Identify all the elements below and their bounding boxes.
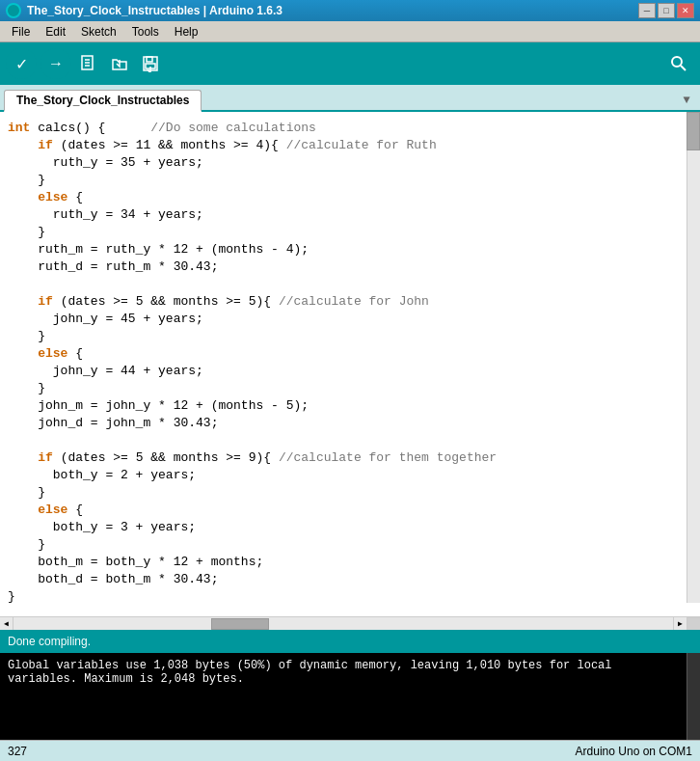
code-line: ruth_y = 34 + years; [8,206,681,224]
editor-container: int calcs() { //Do some calculations if … [0,112,700,630]
code-area[interactable]: int calcs() { //Do some calculations if … [0,112,700,616]
code-line: both_m = both_y * 12 + months; [8,554,681,571]
verify-button[interactable]: ✓ [6,48,37,79]
active-tab[interactable]: The_Story_Clock_Instructables [4,90,202,112]
code-line: both_d = both_m * 30.43; [8,571,681,588]
code-line: both_y = 3 + years; [8,519,681,536]
code-line: else { [8,345,681,363]
console-scrollbar[interactable] [687,653,700,740]
svg-rect-4 [147,57,152,62]
code-content: int calcs() { //Do some calculations if … [0,120,700,609]
minimize-button[interactable]: ─ [638,3,656,18]
menu-item-edit[interactable]: Edit [38,23,73,41]
code-line: ruth_y = 35 + years; [8,154,681,172]
menu-item-tools[interactable]: Tools [124,23,167,41]
maximize-button[interactable]: □ [658,3,675,18]
title-bar-left: The_Story_Clock_Instructables | Arduino … [6,3,283,18]
menu-bar: FileEditSketchToolsHelp [0,21,700,42]
search-icon [670,55,687,72]
console-area: Global variables use 1,038 bytes (50%) o… [0,653,700,740]
hscroll-left-button[interactable]: ◀ [0,617,13,631]
svg-point-6 [672,57,682,67]
code-line [8,276,681,293]
code-line [8,432,681,449]
status-board: Arduino Uno on COM1 [576,745,692,758]
scrollbar-corner [687,617,700,631]
hscroll-track[interactable] [13,617,673,631]
open-button[interactable] [106,50,133,77]
code-line: } [8,536,681,554]
console-message: Global variables use 1,038 bytes (50%) o… [8,659,612,686]
code-line: ruth_m = ruth_y * 12 + (months - 4); [8,241,681,258]
status-line-number: 327 [8,745,27,758]
open-icon [111,55,128,72]
title-bar: The_Story_Clock_Instructables | Arduino … [0,0,700,21]
save-icon [142,55,159,72]
tab-bar: The_Story_Clock_Instructables ▼ [0,85,700,112]
tab-dropdown-arrow[interactable]: ▼ [677,91,696,110]
search-button[interactable] [663,48,694,79]
code-line: } [8,380,681,397]
console-header: Done compiling. [0,630,700,653]
app-icon [6,3,21,18]
code-line: both_y = 2 + years; [8,467,681,484]
menu-item-file[interactable]: File [4,23,38,41]
vertical-scrollbar[interactable] [687,112,700,603]
code-line: } [8,224,681,241]
horizontal-scrollbar[interactable]: ◀ ▶ [0,616,700,630]
code-line: john_m = john_y * 12 + (months - 5); [8,397,681,415]
svg-line-7 [681,66,686,70]
console-status: Done compiling. [8,635,91,648]
hscroll-right-button[interactable]: ▶ [673,617,687,631]
new-button[interactable] [75,50,102,77]
code-line: john_d = john_m * 30.43; [8,415,681,432]
save-button[interactable] [137,50,164,77]
status-bar: 327 Arduino Uno on COM1 [0,740,700,761]
new-icon [80,55,97,72]
code-line: if (dates >= 11 && months >= 4){ //calcu… [8,137,681,154]
code-line: john_y = 45 + years; [8,311,681,328]
code-line: john_y = 44 + years; [8,363,681,380]
menu-item-help[interactable]: Help [167,23,206,41]
code-line: } [8,484,681,502]
title-text: The_Story_Clock_Instructables | Arduino … [27,4,283,17]
code-line: if (dates >= 5 && months >= 5){ //calcul… [8,293,681,311]
toolbar: ✓ → [0,42,700,85]
scrollbar-thumb[interactable] [687,112,700,150]
code-line: else { [8,189,681,206]
code-line: } [8,588,681,606]
window-controls: ─ □ ✕ [638,3,694,18]
hscroll-thumb[interactable] [211,618,269,630]
code-line: } [8,328,681,345]
code-line: int calcs() { //Do some calculations [8,120,681,137]
code-line: else { [8,502,681,519]
upload-button[interactable]: → [40,48,71,79]
code-line: } [8,172,681,189]
menu-item-sketch[interactable]: Sketch [73,23,124,41]
code-line: ruth_d = ruth_m * 30.43; [8,258,681,276]
code-line: if (dates >= 5 && months >= 9){ //calcul… [8,449,681,467]
close-button[interactable]: ✕ [677,3,694,18]
